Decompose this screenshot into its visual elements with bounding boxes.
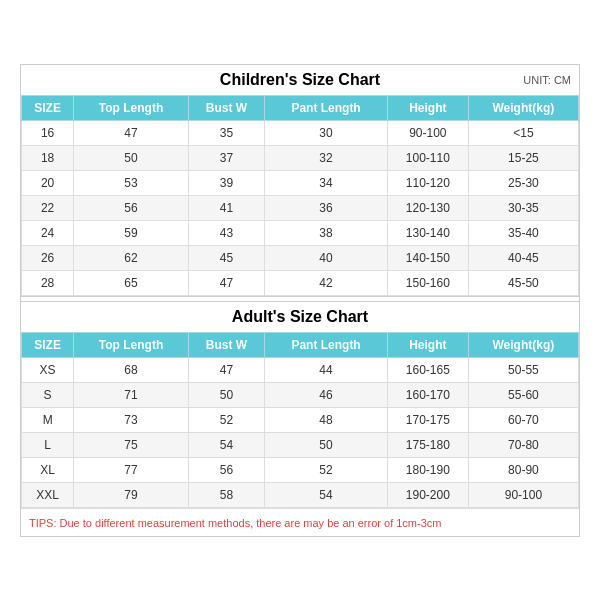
adult-col-pantlength: Pant Length [265,332,388,357]
table-cell: 54 [265,482,388,507]
table-cell: 130-140 [387,220,468,245]
table-row: XL775652180-19080-90 [22,457,579,482]
adult-tbody: XS684744160-16550-55S715046160-17055-60M… [22,357,579,507]
adult-col-bustw: Bust W [188,332,264,357]
children-col-toplength: Top Length [74,95,189,120]
children-col-height: Height [387,95,468,120]
table-cell: 28 [22,270,74,295]
children-header-row: SIZE Top Length Bust W Pant Length Heigh… [22,95,579,120]
tips-row: TIPS: Due to different measurement metho… [21,508,579,536]
table-cell: 52 [188,407,264,432]
table-cell: 22 [22,195,74,220]
table-cell: 73 [74,407,189,432]
table-cell: XXL [22,482,74,507]
table-row: 20533934110-12025-30 [22,170,579,195]
table-cell: 45 [188,245,264,270]
table-cell: 35-40 [468,220,578,245]
children-table: SIZE Top Length Bust W Pant Length Heigh… [21,95,579,296]
table-cell: 16 [22,120,74,145]
table-cell: 50-55 [468,357,578,382]
table-cell: 18 [22,145,74,170]
table-cell: 75 [74,432,189,457]
table-row: 28654742150-16045-50 [22,270,579,295]
table-cell: 34 [265,170,388,195]
table-cell: 150-160 [387,270,468,295]
children-title-row: Children's Size Chart UNIT: CM [21,65,579,95]
table-cell: 47 [188,357,264,382]
table-cell: 90-100 [468,482,578,507]
table-cell: 170-175 [387,407,468,432]
table-cell: 80-90 [468,457,578,482]
table-cell: 41 [188,195,264,220]
children-chart-title: Children's Size Chart [220,71,380,88]
table-cell: 160-170 [387,382,468,407]
adult-header-row: SIZE Top Length Bust W Pant Length Heigh… [22,332,579,357]
table-cell: 44 [265,357,388,382]
adult-col-size: SIZE [22,332,74,357]
table-row: S715046160-17055-60 [22,382,579,407]
table-cell: 59 [74,220,189,245]
table-cell: 47 [74,120,189,145]
table-cell: 24 [22,220,74,245]
table-cell: 38 [265,220,388,245]
table-cell: 62 [74,245,189,270]
table-cell: 40 [265,245,388,270]
unit-label: UNIT: CM [523,74,571,86]
adult-col-toplength: Top Length [74,332,189,357]
table-cell: 46 [265,382,388,407]
table-cell: 50 [265,432,388,457]
tips-text: TIPS: Due to different measurement metho… [29,517,441,529]
table-cell: 37 [188,145,264,170]
table-cell: 160-165 [387,357,468,382]
table-row: 22564136120-13030-35 [22,195,579,220]
table-cell: 42 [265,270,388,295]
table-row: 26624540140-15040-45 [22,245,579,270]
children-col-pantlength: Pant Length [265,95,388,120]
table-cell: 26 [22,245,74,270]
table-cell: XS [22,357,74,382]
table-cell: 77 [74,457,189,482]
table-cell: 40-45 [468,245,578,270]
table-cell: 100-110 [387,145,468,170]
table-cell: 60-70 [468,407,578,432]
table-row: 24594338130-14035-40 [22,220,579,245]
table-cell: 48 [265,407,388,432]
table-cell: 190-200 [387,482,468,507]
table-row: 1647353090-100<15 [22,120,579,145]
children-col-bustw: Bust W [188,95,264,120]
table-cell: 50 [188,382,264,407]
table-cell: 39 [188,170,264,195]
table-cell: 55-60 [468,382,578,407]
table-cell: 175-180 [387,432,468,457]
table-row: 18503732100-11015-25 [22,145,579,170]
children-col-size: SIZE [22,95,74,120]
table-cell: S [22,382,74,407]
table-cell: 65 [74,270,189,295]
table-cell: 90-100 [387,120,468,145]
adult-col-height: Height [387,332,468,357]
children-tbody: 1647353090-100<1518503732100-11015-25205… [22,120,579,295]
table-cell: <15 [468,120,578,145]
table-cell: 180-190 [387,457,468,482]
table-cell: 30 [265,120,388,145]
table-cell: 120-130 [387,195,468,220]
table-cell: 52 [265,457,388,482]
table-cell: 35 [188,120,264,145]
table-cell: 56 [74,195,189,220]
table-cell: 36 [265,195,388,220]
table-cell: 58 [188,482,264,507]
adult-col-weight: Weight(kg) [468,332,578,357]
table-cell: M [22,407,74,432]
table-cell: 30-35 [468,195,578,220]
table-cell: 32 [265,145,388,170]
size-chart: Children's Size Chart UNIT: CM SIZE Top … [20,64,580,537]
table-cell: 47 [188,270,264,295]
adult-table: SIZE Top Length Bust W Pant Length Heigh… [21,332,579,508]
table-cell: 53 [74,170,189,195]
table-cell: 70-80 [468,432,578,457]
table-cell: 20 [22,170,74,195]
table-cell: 54 [188,432,264,457]
table-cell: 140-150 [387,245,468,270]
table-cell: 79 [74,482,189,507]
adult-title-row: Adult's Size Chart [21,302,579,332]
